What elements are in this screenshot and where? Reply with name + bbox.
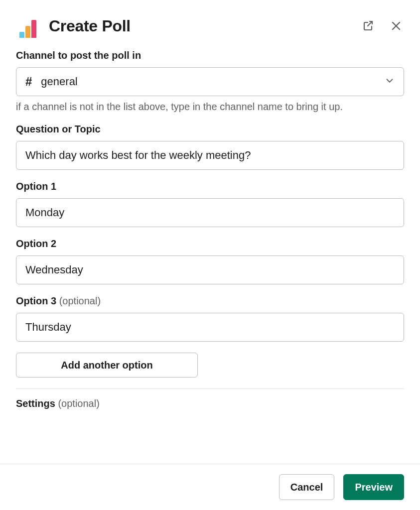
cancel-button[interactable]: Cancel (279, 474, 335, 500)
modal-body[interactable]: Channel to post the poll in # general if… (0, 45, 420, 464)
question-field-group: Question or Topic (16, 124, 404, 170)
create-poll-modal: Create Poll Channel to post the poll in (0, 0, 420, 510)
channel-field-group: Channel to post the poll in # general if… (16, 50, 404, 113)
poll-app-icon (16, 14, 40, 38)
option-2-label: Option 2 (16, 238, 404, 250)
header-actions (360, 18, 404, 34)
channel-select[interactable]: # general (16, 67, 404, 96)
option-3-field-group: Option 3 (optional) (16, 295, 404, 342)
option-1-input[interactable] (16, 198, 404, 227)
option-2-input[interactable] (16, 255, 404, 284)
close-icon (390, 20, 402, 32)
option-2-field-group: Option 2 (16, 238, 404, 284)
preview-button[interactable]: Preview (343, 474, 404, 500)
settings-label: Settings (optional) (16, 398, 404, 409)
question-label: Question or Topic (16, 124, 404, 135)
option-3-input[interactable] (16, 313, 404, 342)
modal-title: Create Poll (49, 17, 360, 35)
channel-label: Channel to post the poll in (16, 50, 404, 61)
modal-footer: Cancel Preview (0, 464, 420, 510)
channel-value: general (41, 75, 77, 88)
add-option-button[interactable]: Add another option (16, 353, 198, 378)
option-3-label: Option 3 (optional) (16, 295, 404, 307)
question-input[interactable] (16, 141, 404, 170)
option-1-field-group: Option 1 (16, 181, 404, 227)
open-external-button[interactable] (360, 18, 376, 34)
external-link-icon (362, 20, 374, 32)
option-1-label: Option 1 (16, 181, 404, 192)
close-button[interactable] (388, 18, 404, 34)
modal-header: Create Poll (0, 0, 420, 45)
hash-icon: # (25, 75, 32, 89)
channel-hint: if a channel is not in the list above, t… (16, 101, 404, 113)
divider (16, 388, 404, 389)
